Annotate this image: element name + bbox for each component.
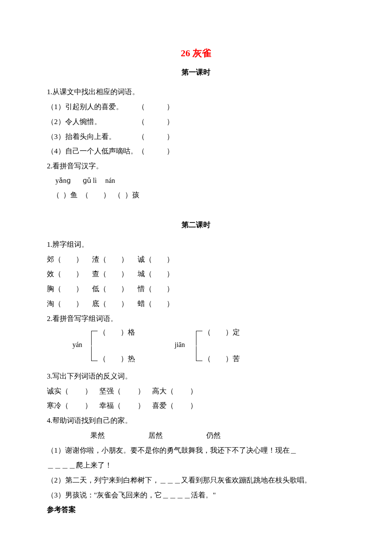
- section-2-heading: 第二课时: [47, 220, 345, 230]
- q1-item-4: （4）自己一个人低声嘀咕。（ ）: [47, 144, 345, 159]
- q2-chars: （ ）鱼 （ ） （ ）孩: [47, 188, 345, 203]
- q1-item-3: （3）抬着头向上看。 （ ）: [47, 130, 345, 145]
- s2-q1-row-2: 效（ ） 查（ ） 城（ ）: [47, 267, 345, 282]
- s2-q3-row-2: 寒冷（ ） 幸福（ ） 喜爱（ ）: [47, 399, 345, 413]
- q1-item-2: （2）令人惋惜。 （ ）: [47, 115, 345, 130]
- s2-q1-row-3: 胸（ ） 低（ ） 惜（ ）: [47, 282, 345, 297]
- s2-q1-intro: 1.辨字组词。: [47, 237, 345, 252]
- brace-icon: [196, 346, 202, 361]
- s2-q1-row-1: 郊（ ） 渣（ ） 诚（ ）: [47, 252, 345, 267]
- s2-q4-options: 果然 居然 仍然: [47, 428, 345, 443]
- section-1-heading: 第一课时: [47, 67, 345, 77]
- s2-q1-row-4: 淘（ ） 底（ ） 蜡（ ）: [47, 297, 345, 312]
- q1-item-1: （1）引起别人的喜爱。 （ ）: [47, 100, 345, 115]
- yan-top: （ ）格: [99, 327, 135, 337]
- jian-bottom: （ ）苦: [204, 354, 240, 364]
- s2-q4-item-1a: （1）谢谢你啦，小朋友。要不是你的勇气鼓舞我，我还下不了决心哩！现在＿: [47, 443, 345, 458]
- brace-icon: [91, 346, 98, 361]
- brace-icon: [91, 331, 98, 346]
- brace-icon: [196, 331, 202, 346]
- pinyin-jian: jiān: [175, 341, 185, 349]
- pinyin-yan: yán: [72, 341, 82, 349]
- s2-q4-intro: 4.帮助词语找到自己的家。: [47, 413, 345, 428]
- s2-q3-intro: 3.写出下列词语的反义词。: [47, 369, 345, 384]
- yan-bottom: （ ）热: [99, 354, 135, 364]
- document-page: 26 灰雀 第一课时 1.从课文中找出相应的词语。 （1）引起别人的喜爱。 （ …: [0, 0, 392, 543]
- answers-heading: 参考答案: [47, 503, 345, 517]
- s2-q4-item-1b: ＿＿＿＿爬上来了！: [47, 458, 345, 473]
- q1-intro: 1.从课文中找出相应的词语。: [47, 85, 345, 100]
- s2-q4-item-3: （3）男孩说："灰雀会飞回来的，它＿＿＿＿活着。": [47, 488, 345, 503]
- document-title: 26 灰雀: [47, 47, 345, 60]
- jian-top: （ ）定: [204, 327, 240, 337]
- bracket-group: yán （ ）格 （ ）热 jiān （ ）定 （ ）苦: [47, 329, 345, 363]
- q2-pinyin: yǎnɡ ɡǔ lì nán: [47, 174, 345, 188]
- s2-q3-row-1: 诚实（ ） 坚强（ ） 高大（ ）: [47, 384, 345, 399]
- s2-q4-item-2: （2）第二天，列宁来到白桦树下，＿＿＿又看到那只灰雀欢蹦乱跳地在枝头歌唱。: [47, 473, 345, 488]
- q2-intro: 2.看拼音写汉字。: [47, 159, 345, 174]
- s2-q2-intro: 2.看拼音写字组词语。: [47, 312, 345, 327]
